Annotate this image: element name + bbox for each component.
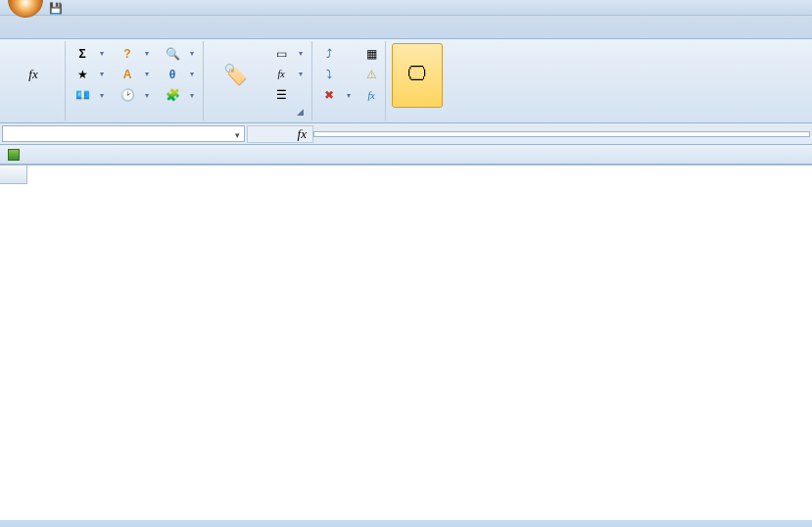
create-from-selection-button[interactable]: ☰ [270,86,306,104]
remove-arrows-button[interactable]: ✖▾ [318,86,354,104]
financial-button[interactable]: 💶▾ [72,86,107,104]
sigma-icon: Σ [74,46,90,62]
lookup-button[interactable]: 🔍▾ [162,45,197,63]
more-functions-button[interactable]: 🧩▾ [162,86,197,104]
quick-access-toolbar: 💾 [49,2,59,12]
defined-names-label: ◢ [210,107,306,119]
clock-icon: 🕑 [119,87,135,103]
text-icon: A [119,67,135,82]
workbook-icon [8,149,20,161]
define-name-icon: ▭ [273,46,289,62]
precedents-icon: ⤴ [321,46,337,62]
text-button[interactable]: A▾ [117,66,152,83]
use-formula-icon: fx [273,67,289,82]
watch-window-icon: 🖵 [404,61,431,88]
select-all-corner[interactable] [0,166,27,184]
theta-icon: θ [165,67,180,82]
define-name-button[interactable]: ▭▾ [270,45,306,63]
lookup-icon: 🔍 [165,46,180,62]
dependents-icon: ⤵ [321,67,337,82]
recently-used-button[interactable]: ★▾ [72,66,107,83]
insert-function-button[interactable]: fx [8,43,59,108]
name-manager-icon: 🏷️ [221,61,249,88]
dialog-launcher-icon[interactable]: ◢ [294,107,306,119]
ribbon: fx Σ▾ ★▾ 💶▾ ?▾ A▾ 🕑▾ 🔍▾ θ▾ 🧩▾ [0,39,812,123]
dropdown-icon[interactable]: ▾ [235,130,240,140]
remove-arrows-icon: ✖ [321,87,337,103]
formula-bar-input[interactable] [313,131,810,137]
more-icon: 🧩 [165,87,180,103]
show-formulas-icon[interactable]: ▦ [363,46,379,62]
workbook-title-bar [0,145,812,165]
evaluate-formula-icon[interactable]: fx [363,87,379,103]
name-box[interactable]: ▾ [2,125,245,142]
office-button[interactable] [8,0,43,18]
trace-precedents-button[interactable]: ⤴ [318,45,354,63]
formula-bar-buttons: fx [247,125,313,143]
formula-bar-strip: ▾ fx [0,123,812,145]
mathtrig-button[interactable]: θ▾ [162,66,197,83]
name-manager-button[interactable]: 🏷️ [210,43,261,108]
ribbon-tabs [0,16,812,39]
datetime-button[interactable]: 🕑▾ [117,86,152,104]
trace-dependents-button[interactable]: ⤵ [318,66,354,83]
title-bar: 💾 [0,0,812,16]
fx-button-icon[interactable]: fx [298,126,307,142]
use-in-formula-button[interactable]: fx▾ [270,66,306,83]
money-icon: 💶 [74,87,90,103]
star-icon: ★ [74,67,90,82]
watch-window-button[interactable]: 🖵 [392,43,443,108]
save-icon[interactable]: 💾 [49,2,59,12]
question-icon: ? [119,46,135,62]
autosum-button[interactable]: Σ▾ [72,45,107,63]
fx-icon: fx [20,61,47,88]
error-checking-icon[interactable]: ⚠ [363,67,379,82]
create-selection-icon: ☰ [273,87,289,103]
worksheet-grid[interactable] [0,165,812,520]
logical-button[interactable]: ?▾ [117,45,152,63]
